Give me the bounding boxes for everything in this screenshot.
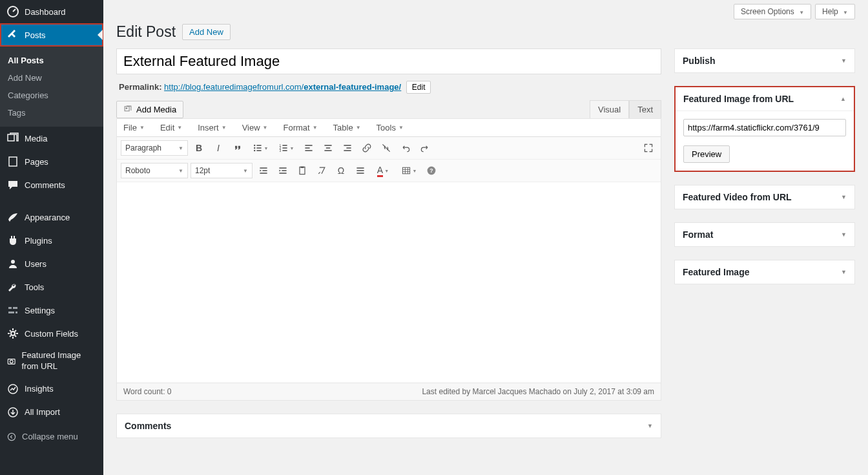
svg-point-18 — [254, 150, 255, 151]
publish-metabox: Publish ▼ — [674, 48, 855, 73]
outdent-button[interactable] — [255, 162, 272, 179]
sidebar-label: All Import — [25, 407, 60, 417]
sidebar-item-plugins[interactable]: Plugins — [0, 229, 103, 252]
collapse-icon — [6, 432, 17, 442]
sidebar-item-pages[interactable]: Pages — [0, 150, 103, 173]
menu-file[interactable]: File▼ — [123, 123, 145, 132]
svg-rect-46 — [402, 167, 409, 174]
sidebar-label: Media — [25, 134, 47, 143]
chevron-down-icon: ▼ — [799, 10, 804, 16]
insights-icon — [6, 383, 19, 396]
screen-options-button[interactable]: Screen Options ▼ — [734, 4, 811, 19]
sidebar-item-dashboard[interactable]: Dashboard — [0, 0, 103, 23]
svg-rect-36 — [262, 170, 267, 171]
tab-visual[interactable]: Visual — [590, 100, 629, 118]
fifu-url-input[interactable] — [683, 119, 846, 136]
align-center-button[interactable] — [320, 140, 336, 156]
sidebar-label: Settings — [25, 306, 55, 315]
editor-menubar: File▼ Edit▼ Insert▼ View▼ Format▼ Table▼… — [117, 119, 661, 137]
menu-tools[interactable]: Tools▼ — [377, 123, 404, 132]
fullscreen-button[interactable] — [640, 140, 657, 156]
sidebar-item-appearance[interactable]: Appearance — [0, 206, 103, 229]
block-format-select[interactable]: Paragraph▼ — [121, 140, 188, 156]
permalink-link[interactable]: http://blog.featuredimagefromurl.com/ext… — [164, 82, 401, 92]
submenu-add-new[interactable]: Add New — [0, 69, 103, 87]
users-icon — [6, 257, 19, 270]
menu-edit[interactable]: Edit▼ — [160, 123, 182, 132]
font-family-select[interactable]: Roboto▼ — [121, 163, 188, 178]
svg-rect-43 — [356, 167, 364, 169]
special-char-button[interactable]: Ω — [333, 162, 349, 179]
last-edited: Last edited by Marcel Jacques Machado on… — [422, 387, 654, 396]
svg-rect-42 — [301, 167, 304, 168]
help-icon-button[interactable]: ? — [423, 162, 440, 179]
table-button[interactable]: ▼ — [397, 162, 420, 179]
settings-icon — [6, 304, 19, 317]
sidebar-item-all-import[interactable]: All Import — [0, 401, 103, 424]
unlink-button[interactable] — [378, 140, 395, 156]
fifu-metabox: Featured Image from URL ▲ Preview — [674, 86, 855, 172]
editor-container: File▼ Edit▼ Insert▼ View▼ Format▼ Table▼… — [116, 118, 661, 401]
indent-button[interactable] — [274, 162, 291, 179]
sidebar-item-comments[interactable]: Comments — [0, 173, 103, 196]
sidebar-item-media[interactable]: Media — [0, 127, 103, 150]
sidebar-item-posts[interactable]: Posts — [0, 23, 103, 47]
submenu-tags[interactable]: Tags — [0, 104, 103, 121]
submenu-categories[interactable]: Categories — [0, 87, 103, 104]
text-color-button[interactable]: A▼ — [371, 162, 395, 179]
font-size-select[interactable]: 12pt▼ — [191, 163, 253, 178]
sidebar-label: Dashboard — [25, 7, 66, 17]
number-list-button[interactable]: 123▼ — [274, 140, 298, 156]
sidebar-item-users[interactable]: Users — [0, 252, 103, 275]
comments-toggle[interactable]: Comments ▼ — [117, 414, 661, 438]
menu-insert[interactable]: Insert▼ — [198, 123, 226, 132]
submenu-all-posts[interactable]: All Posts — [0, 52, 103, 69]
sidebar-item-insights[interactable]: Insights — [0, 377, 103, 401]
menu-table[interactable]: Table▼ — [333, 123, 361, 132]
svg-rect-41 — [300, 167, 305, 174]
svg-rect-28 — [305, 150, 312, 151]
fifu-toggle[interactable]: Featured Image from URL ▲ — [676, 87, 854, 111]
fifu-preview-button[interactable]: Preview — [683, 145, 730, 163]
collapse-menu[interactable]: Collapse menu — [0, 427, 103, 447]
comments-metabox: Comments ▼ — [116, 414, 661, 438]
format-metabox: Format ▼ — [674, 222, 855, 247]
italic-button[interactable]: I — [210, 140, 227, 156]
tab-text[interactable]: Text — [629, 100, 661, 118]
align-right-button[interactable] — [339, 140, 356, 156]
align-justify-button[interactable] — [352, 162, 369, 179]
sidebar-item-settings[interactable]: Settings — [0, 299, 103, 322]
help-button[interactable]: Help ▼ — [815, 4, 855, 19]
featured-image-toggle[interactable]: Featured Image ▼ — [675, 260, 854, 284]
permalink-edit-button[interactable]: Edit — [406, 81, 431, 94]
sidebar-item-custom-fields[interactable]: Custom Fields — [0, 322, 103, 345]
sidebar-label: Tools — [25, 282, 44, 292]
svg-rect-1 — [9, 157, 17, 166]
appearance-icon — [6, 211, 19, 224]
align-left-button[interactable] — [300, 140, 317, 156]
content-editor[interactable] — [117, 182, 661, 383]
add-new-button[interactable]: Add New — [182, 24, 231, 40]
chevron-down-icon: ▼ — [843, 10, 848, 16]
plugins-icon — [6, 234, 19, 247]
format-toggle[interactable]: Format ▼ — [675, 223, 854, 246]
redo-button[interactable] — [417, 140, 433, 156]
featured-image-metabox: Featured Image ▼ — [674, 260, 855, 284]
bold-button[interactable]: B — [191, 140, 207, 156]
sidebar-item-fifu[interactable]: Featured Image from URL — [0, 345, 103, 377]
add-media-button[interactable]: Add Media — [116, 101, 183, 118]
svg-rect-30 — [326, 147, 330, 149]
menu-format[interactable]: Format▼ — [284, 123, 318, 132]
video-toggle[interactable]: Featured Video from URL ▼ — [675, 185, 854, 209]
sidebar-item-tools[interactable]: Tools — [0, 275, 103, 299]
undo-button[interactable] — [397, 140, 414, 156]
publish-toggle[interactable]: Publish ▼ — [675, 49, 854, 72]
sidebar-label: Pages — [25, 157, 48, 167]
blockquote-button[interactable] — [229, 140, 246, 156]
clear-format-button[interactable] — [313, 162, 330, 179]
link-button[interactable] — [358, 140, 375, 156]
paste-text-button[interactable] — [294, 162, 311, 179]
post-title-input[interactable] — [116, 48, 661, 74]
menu-view[interactable]: View▼ — [242, 123, 268, 132]
bullet-list-button[interactable]: ▼ — [249, 140, 272, 156]
